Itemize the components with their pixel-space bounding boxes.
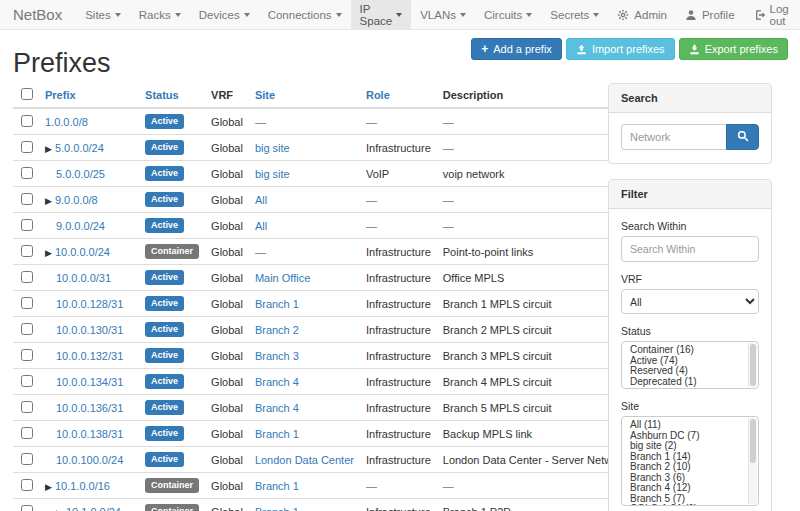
listbox-option[interactable]: Active (74) — [622, 356, 746, 367]
nav-item-vlans[interactable]: VLANs — [411, 0, 475, 29]
scrollbar[interactable] — [748, 418, 757, 504]
expand-arrow-icon[interactable]: ▶ — [56, 508, 63, 511]
column-header-site[interactable]: Site — [249, 83, 360, 108]
status-badge[interactable]: Container — [145, 478, 199, 493]
status-badge[interactable]: Active — [145, 218, 184, 233]
listbox-option[interactable]: Deprecated (1) — [622, 377, 746, 388]
vrf-select[interactable]: All — [621, 289, 759, 314]
row-checkbox[interactable] — [21, 245, 33, 257]
site-link[interactable]: All — [255, 194, 267, 206]
site-link[interactable]: Branch 1 — [255, 298, 299, 310]
status-badge[interactable]: Active — [145, 166, 184, 181]
listbox-option[interactable]: Reserved (4) — [622, 366, 746, 377]
site-link[interactable]: Branch 4 — [255, 402, 299, 414]
site-listbox[interactable]: All (11)Ashburn DC (7)big site (2)Branch… — [621, 416, 759, 506]
nav-item-ip-space[interactable]: IP Space — [351, 0, 412, 29]
column-header-prefix[interactable]: Prefix — [39, 83, 139, 108]
expand-arrow-icon[interactable]: ▶ — [45, 144, 52, 154]
prefix-link[interactable]: 1.0.0.0/8 — [45, 116, 88, 128]
status-badge[interactable]: Active — [145, 270, 184, 285]
column-header-status[interactable]: Status — [139, 83, 205, 108]
listbox-option[interactable]: big site (2) — [622, 441, 746, 452]
nav-item-log-out[interactable]: Log out — [744, 0, 798, 29]
export-prefixes-button[interactable]: Export prefixes — [679, 38, 788, 60]
prefix-link[interactable]: 10.0.0.0/31 — [56, 272, 111, 284]
status-badge[interactable]: Container — [145, 244, 199, 259]
site-link[interactable]: Branch 3 — [255, 350, 299, 362]
site-link[interactable]: Branch 1 — [255, 506, 299, 511]
status-badge[interactable]: Active — [145, 348, 184, 363]
row-checkbox[interactable] — [21, 505, 33, 511]
expand-arrow-icon[interactable]: ▶ — [45, 248, 52, 258]
status-badge[interactable]: Active — [145, 400, 184, 415]
site-link[interactable]: big site — [255, 142, 290, 154]
add-prefix-button[interactable]: + Add a prefix — [471, 38, 562, 60]
status-badge[interactable]: Active — [145, 322, 184, 337]
nav-item-admin[interactable]: Admin — [608, 0, 676, 29]
row-checkbox[interactable] — [21, 297, 33, 309]
nav-item-sites[interactable]: Sites — [76, 0, 130, 29]
prefix-link[interactable]: 10.1.0.0/16 — [55, 480, 110, 492]
nav-item-profile[interactable]: Profile — [676, 0, 744, 29]
site-link[interactable]: Branch 2 — [255, 324, 299, 336]
prefix-link[interactable]: 5.0.0.0/25 — [56, 168, 105, 180]
status-badge[interactable]: Active — [145, 452, 184, 467]
status-badge[interactable]: Active — [145, 426, 184, 441]
row-checkbox[interactable] — [21, 401, 33, 413]
site-link[interactable]: Branch 4 — [255, 376, 299, 388]
listbox-option[interactable]: All (11) — [622, 420, 746, 431]
search-within-input[interactable] — [621, 236, 759, 262]
prefix-link[interactable]: 10.0.0.134/31 — [56, 376, 123, 388]
row-checkbox[interactable] — [21, 323, 33, 335]
listbox-option[interactable]: Container (16) — [622, 345, 746, 356]
status-badge[interactable]: Container — [145, 504, 199, 511]
listbox-option[interactable]: Branch 2 (10) — [622, 462, 746, 473]
select-all-checkbox[interactable] — [21, 88, 33, 100]
row-checkbox[interactable] — [21, 219, 33, 231]
scrollbar[interactable] — [748, 343, 757, 387]
site-link[interactable]: Branch 1 — [255, 428, 299, 440]
listbox-option[interactable]: Ashburn DC (7) — [622, 431, 746, 442]
search-input[interactable] — [621, 124, 726, 150]
site-link[interactable]: Branch 1 — [255, 480, 299, 492]
row-checkbox[interactable] — [21, 453, 33, 465]
row-checkbox[interactable] — [21, 479, 33, 491]
prefix-link[interactable]: 10.0.0.128/31 — [56, 298, 123, 310]
prefix-link[interactable]: 10.0.0.132/31 — [56, 350, 123, 362]
site-link[interactable]: All — [255, 220, 267, 232]
row-checkbox[interactable] — [21, 193, 33, 205]
site-link[interactable]: London Data Center — [255, 454, 354, 466]
status-badge[interactable]: Active — [145, 140, 184, 155]
status-badge[interactable]: Active — [145, 296, 184, 311]
brand-netbox[interactable]: NetBox — [13, 0, 62, 29]
prefix-link[interactable]: 10.1.0.0/24 — [66, 506, 121, 511]
prefix-link[interactable]: 5.0.0.0/24 — [55, 142, 104, 154]
row-checkbox[interactable] — [21, 427, 33, 439]
prefix-link[interactable]: 10.0.100.0/24 — [56, 454, 123, 466]
prefix-link[interactable]: 10.0.0.130/31 — [56, 324, 123, 336]
expand-arrow-icon[interactable]: ▶ — [45, 196, 52, 206]
prefix-link[interactable]: 10.0.0.136/31 — [56, 402, 123, 414]
row-checkbox[interactable] — [21, 349, 33, 361]
listbox-option[interactable]: COLO-1-2A (6) — [622, 504, 746, 506]
nav-item-racks[interactable]: Racks — [130, 0, 190, 29]
status-badge[interactable]: Active — [145, 192, 184, 207]
row-checkbox[interactable] — [21, 115, 33, 127]
status-listbox[interactable]: Container (16)Active (74)Reserved (4)Dep… — [621, 341, 759, 389]
prefix-link[interactable]: 9.0.0.0/24 — [56, 220, 105, 232]
listbox-option[interactable]: Branch 4 (12) — [622, 483, 746, 494]
prefix-link[interactable]: 9.0.0.0/8 — [55, 194, 98, 206]
status-badge[interactable]: Active — [145, 114, 184, 129]
listbox-option[interactable]: Branch 3 (6) — [622, 473, 746, 484]
site-link[interactable]: big site — [255, 168, 290, 180]
row-checkbox[interactable] — [21, 271, 33, 283]
row-checkbox[interactable] — [21, 167, 33, 179]
listbox-option[interactable]: Branch 1 (14) — [622, 452, 746, 463]
nav-item-circuits[interactable]: Circuits — [475, 0, 541, 29]
site-link[interactable]: Main Office — [255, 272, 310, 284]
row-checkbox[interactable] — [21, 141, 33, 153]
nav-item-secrets[interactable]: Secrets — [541, 0, 608, 29]
prefix-link[interactable]: 10.0.0.138/31 — [56, 428, 123, 440]
listbox-option[interactable]: Branch 5 (7) — [622, 494, 746, 505]
nav-item-devices[interactable]: Devices — [190, 0, 259, 29]
